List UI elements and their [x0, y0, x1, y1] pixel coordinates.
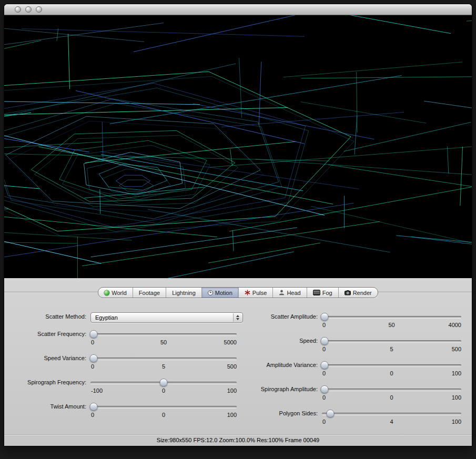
camera-icon — [345, 290, 351, 295]
spirograph-amplitude-row: Spirograph Amplitude: 0 0 100 — [242, 385, 461, 402]
polygon-sides-row: Polygon Sides: 0 4 100 — [242, 409, 461, 426]
scale-mid: 0 — [162, 412, 165, 418]
minimize-button[interactable] — [25, 6, 32, 13]
scale-min: -100 — [91, 387, 103, 394]
scale-mid: 0 — [390, 394, 393, 401]
slider-scale: 0 4 100 — [322, 419, 461, 426]
scale-min: 0 — [322, 394, 326, 401]
title-bar[interactable] — [4, 4, 472, 15]
scale-max: 500 — [452, 346, 461, 352]
tab-label: Head — [287, 290, 300, 296]
scale-max: 100 — [452, 394, 461, 401]
slider-label: Spirograph Amplitude: — [242, 385, 322, 402]
tab-world[interactable]: World — [98, 288, 133, 298]
slider-thumb[interactable] — [326, 410, 334, 417]
scale-mid: 5 — [162, 363, 165, 370]
twist-amount-slider[interactable] — [90, 402, 237, 411]
tab-label: Render — [353, 290, 372, 296]
zoom-button[interactable] — [36, 6, 42, 13]
scale-min: 0 — [322, 322, 326, 328]
tab-label: Pulse — [252, 290, 267, 296]
tab-label: World — [112, 290, 127, 296]
speed-variance-row: Speed Variance: 0 5 500 — [11, 354, 237, 371]
twist-amount-row: Twist Amount: 0 0 100 — [11, 402, 237, 420]
tab-label: Fog — [322, 290, 332, 296]
slider-scale: 0 0 100 — [322, 370, 461, 378]
spirograph-frequency-slider[interactable] — [90, 378, 237, 387]
scale-mid: 50 — [160, 339, 167, 345]
amplitude-variance-slider[interactable] — [322, 361, 461, 370]
scale-mid: 0 — [162, 387, 165, 394]
slider-thumb[interactable] — [160, 379, 168, 386]
slider-thumb[interactable] — [89, 403, 97, 411]
tab-head[interactable]: Head — [272, 288, 306, 298]
slider-scale: -100 0 100 — [90, 387, 237, 395]
scatter-frequency-slider[interactable] — [90, 330, 237, 339]
close-button[interactable] — [15, 6, 21, 13]
scatter-method-dropdown[interactable]: Egyptian — [90, 312, 243, 323]
scale-min: 0 — [322, 346, 326, 352]
slider-scale: 0 0 100 — [322, 394, 461, 402]
scale-max: 500 — [227, 363, 237, 370]
controls-column-left: Scatter Method: Egyptian Scatter Frequen… — [11, 312, 237, 433]
status-text: Size:980x550 FPS:12.0 Zoom:100.0% Res:10… — [157, 437, 319, 443]
scale-min: 0 — [322, 370, 326, 376]
slider-track — [90, 358, 237, 360]
slider-thumb[interactable] — [89, 330, 97, 338]
slider-thumb[interactable] — [321, 337, 329, 345]
scale-mid: 50 — [388, 322, 394, 328]
tab-label: Footage — [139, 290, 160, 296]
slider-label: Speed Variance: — [11, 354, 90, 371]
slider-label: Scatter Amplitude: — [242, 312, 322, 330]
scale-mid: 0 — [390, 370, 393, 376]
tab-pulse[interactable]: Pulse — [238, 288, 273, 298]
window-controls — [15, 6, 42, 13]
tab-fog[interactable]: Fog — [307, 288, 338, 298]
speed-variance-slider[interactable] — [90, 354, 237, 363]
fog-icon — [313, 290, 320, 295]
slider-label: Polygon Sides: — [242, 409, 322, 426]
scale-min: 0 — [91, 412, 94, 418]
amplitude-variance-row: Amplitude Variance: 0 0 100 — [242, 361, 461, 378]
slider-track — [90, 333, 237, 335]
clock-icon — [208, 290, 213, 295]
slider-scale: 0 5 500 — [322, 346, 461, 354]
slider-scale: 0 50 5000 — [90, 339, 237, 347]
spirograph-amplitude-slider[interactable] — [322, 385, 461, 394]
globe-icon — [104, 290, 109, 295]
tab-lightning[interactable]: Lightning — [166, 288, 201, 298]
tab-motion[interactable]: Motion — [201, 288, 238, 298]
scale-min: 0 — [91, 339, 94, 345]
scale-max: 100 — [452, 419, 461, 425]
scale-max: 100 — [227, 412, 237, 418]
slider-thumb[interactable] — [89, 354, 97, 362]
slider-thumb[interactable] — [321, 361, 329, 369]
slider-label: Scatter Frequency: — [11, 330, 90, 347]
scatter-amplitude-row: Scatter Amplitude: 0 50 4000 — [242, 312, 461, 330]
app-window: World Footage Lightning Motion — [4, 4, 472, 446]
viewport-canvas[interactable] — [4, 15, 472, 278]
speed-row: Speed: 0 5 500 — [242, 336, 461, 354]
slider-thumb[interactable] — [321, 313, 329, 321]
render-viewport[interactable] — [4, 15, 472, 278]
scale-max: 4000 — [449, 322, 461, 328]
scatter-amplitude-slider[interactable] — [322, 312, 461, 321]
slider-label: Speed: — [242, 336, 322, 354]
scale-mid: 4 — [390, 419, 393, 425]
status-bar: Size:980x550 FPS:12.0 Zoom:100.0% Res:10… — [4, 434, 472, 446]
tab-render[interactable]: Render — [338, 288, 378, 298]
slider-label: Spirograph Frequency: — [11, 378, 90, 395]
slider-thumb[interactable] — [321, 385, 329, 393]
scale-min: 0 — [91, 363, 94, 370]
scatter-method-row: Scatter Method: Egyptian — [11, 312, 237, 323]
tab-footage[interactable]: Footage — [133, 288, 166, 298]
controls-grid: Scatter Method: Egyptian Scatter Frequen… — [4, 312, 472, 433]
scatter-frequency-row: Scatter Frequency: 0 50 5000 — [11, 330, 237, 347]
slider-track — [322, 413, 461, 415]
scale-min: 0 — [322, 419, 326, 425]
dropdown-value: Egyptian — [95, 314, 118, 321]
speed-slider[interactable] — [322, 336, 461, 345]
slider-label: Twist Amount: — [11, 402, 90, 420]
polygon-sides-slider[interactable] — [322, 409, 461, 418]
scale-max: 5000 — [224, 339, 237, 345]
